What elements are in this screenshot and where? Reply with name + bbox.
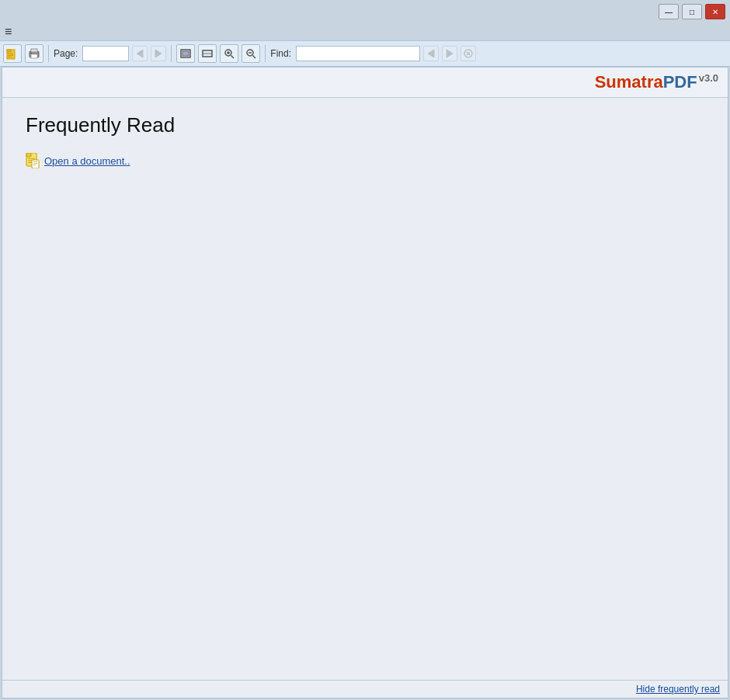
open-document-text: Open a document.. bbox=[44, 155, 130, 167]
fit-width-button[interactable] bbox=[198, 44, 217, 63]
svg-rect-34 bbox=[33, 163, 37, 164]
fit-page-button[interactable] bbox=[176, 44, 195, 63]
print-icon bbox=[28, 47, 40, 60]
svg-rect-3 bbox=[8, 55, 13, 56]
svg-marker-23 bbox=[447, 50, 453, 57]
logo-sumatra: Sumatra bbox=[595, 72, 663, 92]
find-next-button[interactable] bbox=[442, 46, 457, 61]
toolbar-separator-1 bbox=[48, 45, 49, 62]
minimize-button[interactable]: — bbox=[659, 4, 679, 19]
svg-rect-6 bbox=[31, 49, 37, 52]
zoom-in-icon bbox=[224, 48, 235, 59]
logo-pdf: PDF bbox=[663, 72, 697, 92]
svg-rect-28 bbox=[26, 153, 31, 157]
svg-line-20 bbox=[253, 56, 256, 59]
svg-rect-8 bbox=[30, 53, 32, 54]
bottom-bar: Hide frequently read bbox=[2, 680, 728, 698]
svg-marker-10 bbox=[155, 50, 162, 57]
main-window: SumatraPDFv3.0 Frequently Read Open a do… bbox=[2, 67, 728, 698]
open-file-button[interactable] bbox=[3, 44, 22, 63]
forward-arrow-icon bbox=[155, 49, 162, 58]
svg-marker-9 bbox=[137, 50, 143, 57]
zoom-out-button[interactable] bbox=[242, 44, 260, 63]
logo-version: v3.0 bbox=[699, 72, 718, 84]
maximize-button[interactable]: □ bbox=[682, 4, 702, 19]
svg-rect-29 bbox=[28, 158, 35, 159]
header-area: SumatraPDFv3.0 bbox=[2, 68, 728, 98]
svg-rect-33 bbox=[33, 161, 37, 162]
find-prev-button[interactable] bbox=[423, 46, 439, 61]
find-options-button[interactable] bbox=[461, 46, 476, 61]
svg-rect-2 bbox=[8, 54, 13, 54]
page-label: Page: bbox=[54, 48, 78, 59]
fit-width-icon bbox=[202, 48, 213, 59]
zoom-out-icon bbox=[245, 48, 256, 59]
menu-bar: ≡ bbox=[0, 23, 730, 40]
page-input[interactable] bbox=[82, 46, 129, 61]
find-prev-icon bbox=[427, 49, 435, 58]
content-area: Frequently Read Open a document.. bbox=[2, 98, 728, 680]
title-bar-controls: — □ ✕ bbox=[659, 4, 725, 19]
title-bar: — □ ✕ bbox=[0, 0, 730, 23]
svg-rect-12 bbox=[182, 51, 189, 56]
svg-rect-32 bbox=[32, 160, 39, 168]
toolbar: Page: bbox=[0, 40, 730, 67]
hamburger-menu-icon[interactable]: ≡ bbox=[5, 25, 12, 39]
fit-page-icon bbox=[180, 48, 191, 59]
svg-rect-1 bbox=[7, 50, 11, 52]
print-button[interactable] bbox=[25, 44, 43, 63]
open-document-link[interactable]: Open a document.. bbox=[26, 153, 704, 168]
svg-line-16 bbox=[231, 56, 235, 59]
svg-marker-22 bbox=[428, 50, 434, 57]
find-next-icon bbox=[446, 49, 454, 58]
app-logo: SumatraPDFv3.0 bbox=[595, 72, 718, 92]
find-options-icon bbox=[463, 48, 474, 59]
hide-frequently-read-link[interactable]: Hide frequently read bbox=[636, 684, 720, 695]
back-arrow-icon bbox=[136, 49, 144, 58]
svg-rect-7 bbox=[31, 54, 37, 58]
toolbar-separator-3 bbox=[265, 45, 266, 62]
document-icon bbox=[26, 153, 40, 168]
toolbar-separator-2 bbox=[171, 45, 172, 62]
close-button[interactable]: ✕ bbox=[705, 4, 725, 19]
back-button[interactable] bbox=[132, 46, 148, 61]
zoom-in-button[interactable] bbox=[220, 44, 238, 63]
svg-rect-4 bbox=[8, 57, 12, 57]
forward-button[interactable] bbox=[151, 46, 166, 61]
svg-rect-35 bbox=[33, 165, 36, 165]
open-file-icon bbox=[6, 47, 19, 60]
find-input[interactable] bbox=[296, 46, 420, 61]
find-label: Find: bbox=[270, 48, 291, 59]
page-title: Frequently Read bbox=[26, 113, 704, 137]
